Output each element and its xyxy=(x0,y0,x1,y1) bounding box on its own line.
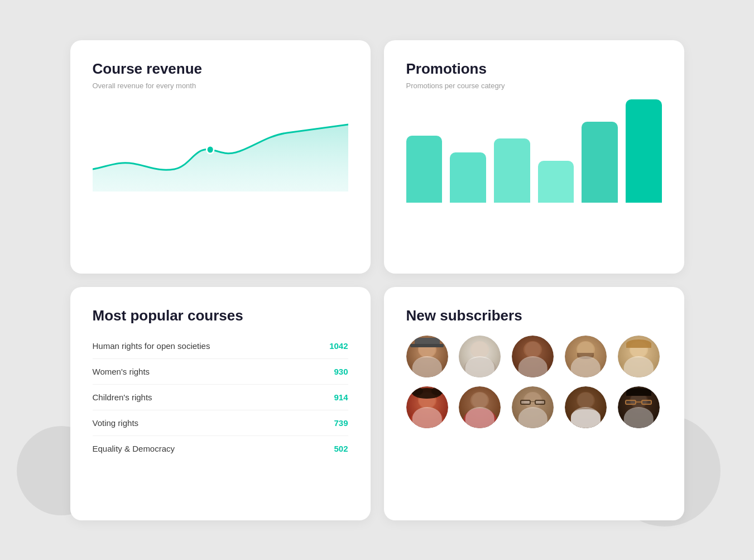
avatars-grid xyxy=(406,336,662,428)
avatar-6 xyxy=(406,386,448,428)
bar-2 xyxy=(450,152,486,203)
course-item-1: Human rights for open societies 1042 xyxy=(93,333,348,359)
avatar-4 xyxy=(565,336,607,377)
course-count-3: 914 xyxy=(334,393,348,402)
bar-3 xyxy=(494,138,530,203)
revenue-title: Course revenue xyxy=(93,60,348,78)
courses-title: Most popular courses xyxy=(93,307,348,324)
course-count-2: 930 xyxy=(334,367,348,376)
promotions-title: Promotions xyxy=(406,60,662,78)
course-item-2: Women's rights 930 xyxy=(93,359,348,385)
bar-4 xyxy=(538,161,574,203)
course-item-5: Equality & Democracy 502 xyxy=(93,436,348,461)
avatar-1 xyxy=(406,336,448,377)
avatar-6-image xyxy=(406,386,448,428)
avatar-2-image xyxy=(459,336,501,377)
avatar-5-image xyxy=(618,336,660,377)
bar-1-fill xyxy=(406,136,443,203)
course-name-4: Voting rights xyxy=(93,418,139,428)
avatar-7-image xyxy=(459,386,501,428)
bar-1 xyxy=(406,136,443,203)
bar-5 xyxy=(582,122,618,203)
avatar-5 xyxy=(618,336,660,377)
courses-card: Most popular courses Human rights for op… xyxy=(70,287,371,520)
bar-4-fill xyxy=(538,161,574,203)
bar-5-fill xyxy=(582,122,618,203)
course-name-2: Women's rights xyxy=(93,367,150,376)
avatar-2 xyxy=(459,336,501,377)
course-list: Human rights for open societies 1042 Wom… xyxy=(93,333,348,461)
dashboard: Course revenue Overall revenue for every… xyxy=(70,40,684,520)
bar-3-fill xyxy=(494,138,530,203)
course-count-5: 502 xyxy=(334,444,348,453)
avatar-4-image xyxy=(565,336,607,377)
avatar-3 xyxy=(512,336,554,377)
svg-point-0 xyxy=(206,146,214,154)
bar-6-fill xyxy=(626,99,662,203)
avatar-3-image xyxy=(512,336,554,377)
subscribers-card: New subscribers xyxy=(384,287,684,520)
revenue-chart-svg xyxy=(93,102,348,192)
avatar-9 xyxy=(565,386,607,428)
course-item-3: Children's rights 914 xyxy=(93,385,348,410)
course-count-4: 739 xyxy=(334,418,348,428)
avatar-8-image xyxy=(512,386,554,428)
course-item-4: Voting rights 739 xyxy=(93,410,348,436)
course-name-1: Human rights for open societies xyxy=(93,341,210,351)
avatar-1-image xyxy=(406,336,448,377)
promotions-bars xyxy=(406,102,662,203)
course-count-1: 1042 xyxy=(329,341,348,351)
avatar-7 xyxy=(459,386,501,428)
revenue-chart xyxy=(93,102,348,192)
course-name-3: Children's rights xyxy=(93,393,152,402)
avatar-8 xyxy=(512,386,554,428)
revenue-card: Course revenue Overall revenue for every… xyxy=(70,40,371,274)
course-name-5: Equality & Democracy xyxy=(93,444,175,453)
promotions-card: Promotions Promotions per course categry xyxy=(384,40,684,274)
avatar-10 xyxy=(618,386,660,428)
bar-2-fill xyxy=(450,152,486,203)
promotions-subtitle: Promotions per course categry xyxy=(406,81,662,91)
subscribers-title: New subscribers xyxy=(406,307,662,324)
bar-6 xyxy=(626,99,662,203)
avatar-9-image xyxy=(565,386,607,428)
revenue-subtitle: Overall revenue for every month xyxy=(93,81,348,91)
avatar-10-image xyxy=(618,386,660,428)
